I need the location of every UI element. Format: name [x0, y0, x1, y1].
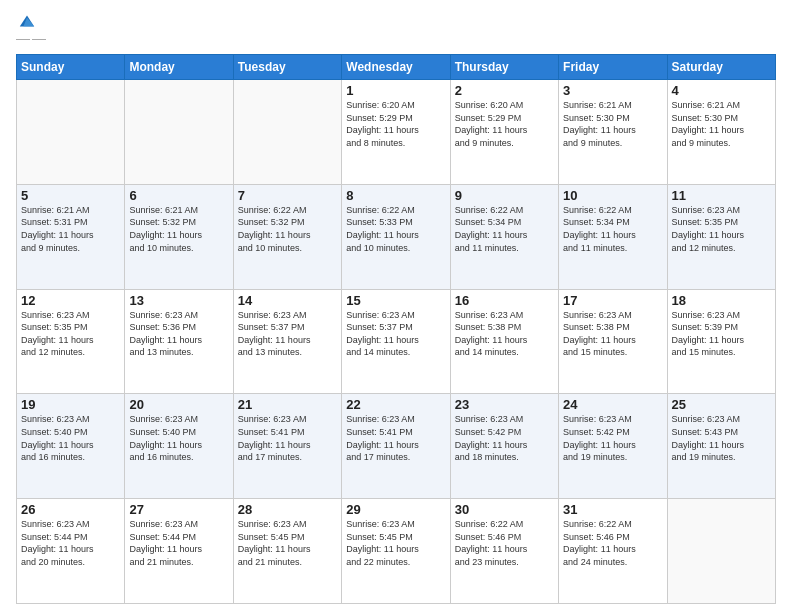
calendar-cell: 6Sunrise: 6:21 AM Sunset: 5:32 PM Daylig…	[125, 184, 233, 289]
day-info: Sunrise: 6:20 AM Sunset: 5:29 PM Dayligh…	[346, 99, 445, 149]
day-info: Sunrise: 6:23 AM Sunset: 5:44 PM Dayligh…	[129, 518, 228, 568]
day-number: 4	[672, 83, 771, 98]
day-number: 24	[563, 397, 662, 412]
logo-icon	[18, 12, 36, 30]
day-number: 8	[346, 188, 445, 203]
calendar-cell: 14Sunrise: 6:23 AM Sunset: 5:37 PM Dayli…	[233, 289, 341, 394]
day-info: Sunrise: 6:23 AM Sunset: 5:41 PM Dayligh…	[238, 413, 337, 463]
calendar-cell: 16Sunrise: 6:23 AM Sunset: 5:38 PM Dayli…	[450, 289, 558, 394]
calendar-cell: 18Sunrise: 6:23 AM Sunset: 5:39 PM Dayli…	[667, 289, 775, 394]
day-number: 10	[563, 188, 662, 203]
calendar-cell	[667, 499, 775, 604]
calendar-cell: 5Sunrise: 6:21 AM Sunset: 5:31 PM Daylig…	[17, 184, 125, 289]
day-number: 30	[455, 502, 554, 517]
calendar-cell: 19Sunrise: 6:23 AM Sunset: 5:40 PM Dayli…	[17, 394, 125, 499]
day-number: 12	[21, 293, 120, 308]
day-info: Sunrise: 6:21 AM Sunset: 5:31 PM Dayligh…	[21, 204, 120, 254]
day-info: Sunrise: 6:22 AM Sunset: 5:33 PM Dayligh…	[346, 204, 445, 254]
day-number: 23	[455, 397, 554, 412]
day-info: Sunrise: 6:23 AM Sunset: 5:36 PM Dayligh…	[129, 309, 228, 359]
day-number: 18	[672, 293, 771, 308]
day-info: Sunrise: 6:23 AM Sunset: 5:42 PM Dayligh…	[563, 413, 662, 463]
calendar-cell: 22Sunrise: 6:23 AM Sunset: 5:41 PM Dayli…	[342, 394, 450, 499]
calendar-cell: 31Sunrise: 6:22 AM Sunset: 5:46 PM Dayli…	[559, 499, 667, 604]
weekday-header-monday: Monday	[125, 55, 233, 80]
calendar-cell: 1Sunrise: 6:20 AM Sunset: 5:29 PM Daylig…	[342, 80, 450, 185]
day-info: Sunrise: 6:20 AM Sunset: 5:29 PM Dayligh…	[455, 99, 554, 149]
day-info: Sunrise: 6:23 AM Sunset: 5:37 PM Dayligh…	[346, 309, 445, 359]
calendar-cell: 8Sunrise: 6:22 AM Sunset: 5:33 PM Daylig…	[342, 184, 450, 289]
calendar-week-1: 1Sunrise: 6:20 AM Sunset: 5:29 PM Daylig…	[17, 80, 776, 185]
day-number: 13	[129, 293, 228, 308]
weekday-header-saturday: Saturday	[667, 55, 775, 80]
weekday-header-thursday: Thursday	[450, 55, 558, 80]
day-info: Sunrise: 6:22 AM Sunset: 5:32 PM Dayligh…	[238, 204, 337, 254]
day-number: 31	[563, 502, 662, 517]
day-info: Sunrise: 6:22 AM Sunset: 5:34 PM Dayligh…	[563, 204, 662, 254]
day-number: 6	[129, 188, 228, 203]
day-number: 3	[563, 83, 662, 98]
calendar-week-2: 5Sunrise: 6:21 AM Sunset: 5:31 PM Daylig…	[17, 184, 776, 289]
calendar-cell: 15Sunrise: 6:23 AM Sunset: 5:37 PM Dayli…	[342, 289, 450, 394]
calendar-cell	[17, 80, 125, 185]
day-info: Sunrise: 6:23 AM Sunset: 5:42 PM Dayligh…	[455, 413, 554, 463]
day-info: Sunrise: 6:23 AM Sunset: 5:38 PM Dayligh…	[563, 309, 662, 359]
calendar-cell: 27Sunrise: 6:23 AM Sunset: 5:44 PM Dayli…	[125, 499, 233, 604]
day-number: 22	[346, 397, 445, 412]
calendar-cell: 26Sunrise: 6:23 AM Sunset: 5:44 PM Dayli…	[17, 499, 125, 604]
day-info: Sunrise: 6:22 AM Sunset: 5:34 PM Dayligh…	[455, 204, 554, 254]
calendar-cell	[125, 80, 233, 185]
calendar-cell: 24Sunrise: 6:23 AM Sunset: 5:42 PM Dayli…	[559, 394, 667, 499]
calendar-cell: 11Sunrise: 6:23 AM Sunset: 5:35 PM Dayli…	[667, 184, 775, 289]
day-info: Sunrise: 6:23 AM Sunset: 5:40 PM Dayligh…	[129, 413, 228, 463]
calendar-cell: 9Sunrise: 6:22 AM Sunset: 5:34 PM Daylig…	[450, 184, 558, 289]
day-number: 2	[455, 83, 554, 98]
calendar-cell: 29Sunrise: 6:23 AM Sunset: 5:45 PM Dayli…	[342, 499, 450, 604]
calendar-cell: 10Sunrise: 6:22 AM Sunset: 5:34 PM Dayli…	[559, 184, 667, 289]
day-info: Sunrise: 6:23 AM Sunset: 5:39 PM Dayligh…	[672, 309, 771, 359]
calendar-cell: 28Sunrise: 6:23 AM Sunset: 5:45 PM Dayli…	[233, 499, 341, 604]
day-info: Sunrise: 6:21 AM Sunset: 5:32 PM Dayligh…	[129, 204, 228, 254]
calendar-week-3: 12Sunrise: 6:23 AM Sunset: 5:35 PM Dayli…	[17, 289, 776, 394]
day-info: Sunrise: 6:23 AM Sunset: 5:45 PM Dayligh…	[238, 518, 337, 568]
calendar-table: SundayMondayTuesdayWednesdayThursdayFrid…	[16, 54, 776, 604]
day-number: 11	[672, 188, 771, 203]
calendar-cell: 4Sunrise: 6:21 AM Sunset: 5:30 PM Daylig…	[667, 80, 775, 185]
day-number: 17	[563, 293, 662, 308]
day-info: Sunrise: 6:23 AM Sunset: 5:35 PM Dayligh…	[672, 204, 771, 254]
day-info: Sunrise: 6:21 AM Sunset: 5:30 PM Dayligh…	[563, 99, 662, 149]
day-number: 29	[346, 502, 445, 517]
day-number: 7	[238, 188, 337, 203]
day-info: Sunrise: 6:23 AM Sunset: 5:41 PM Dayligh…	[346, 413, 445, 463]
logo: ——	[16, 12, 50, 46]
day-info: Sunrise: 6:23 AM Sunset: 5:37 PM Dayligh…	[238, 309, 337, 359]
day-info: Sunrise: 6:22 AM Sunset: 5:46 PM Dayligh…	[455, 518, 554, 568]
logo-text	[16, 12, 36, 30]
day-info: Sunrise: 6:23 AM Sunset: 5:35 PM Dayligh…	[21, 309, 120, 359]
day-info: Sunrise: 6:23 AM Sunset: 5:40 PM Dayligh…	[21, 413, 120, 463]
day-number: 21	[238, 397, 337, 412]
weekday-header-row: SundayMondayTuesdayWednesdayThursdayFrid…	[17, 55, 776, 80]
day-number: 5	[21, 188, 120, 203]
weekday-header-tuesday: Tuesday	[233, 55, 341, 80]
calendar-week-5: 26Sunrise: 6:23 AM Sunset: 5:44 PM Dayli…	[17, 499, 776, 604]
day-info: Sunrise: 6:21 AM Sunset: 5:30 PM Dayligh…	[672, 99, 771, 149]
day-info: Sunrise: 6:23 AM Sunset: 5:38 PM Dayligh…	[455, 309, 554, 359]
day-info: Sunrise: 6:22 AM Sunset: 5:46 PM Dayligh…	[563, 518, 662, 568]
day-number: 9	[455, 188, 554, 203]
day-number: 14	[238, 293, 337, 308]
calendar-cell: 7Sunrise: 6:22 AM Sunset: 5:32 PM Daylig…	[233, 184, 341, 289]
calendar-cell: 20Sunrise: 6:23 AM Sunset: 5:40 PM Dayli…	[125, 394, 233, 499]
calendar-cell: 23Sunrise: 6:23 AM Sunset: 5:42 PM Dayli…	[450, 394, 558, 499]
day-number: 19	[21, 397, 120, 412]
calendar-cell: 12Sunrise: 6:23 AM Sunset: 5:35 PM Dayli…	[17, 289, 125, 394]
calendar-cell: 25Sunrise: 6:23 AM Sunset: 5:43 PM Dayli…	[667, 394, 775, 499]
day-number: 27	[129, 502, 228, 517]
calendar-cell: 17Sunrise: 6:23 AM Sunset: 5:38 PM Dayli…	[559, 289, 667, 394]
calendar-cell	[233, 80, 341, 185]
day-number: 15	[346, 293, 445, 308]
day-info: Sunrise: 6:23 AM Sunset: 5:45 PM Dayligh…	[346, 518, 445, 568]
calendar-week-4: 19Sunrise: 6:23 AM Sunset: 5:40 PM Dayli…	[17, 394, 776, 499]
calendar-cell: 30Sunrise: 6:22 AM Sunset: 5:46 PM Dayli…	[450, 499, 558, 604]
calendar-cell: 13Sunrise: 6:23 AM Sunset: 5:36 PM Dayli…	[125, 289, 233, 394]
